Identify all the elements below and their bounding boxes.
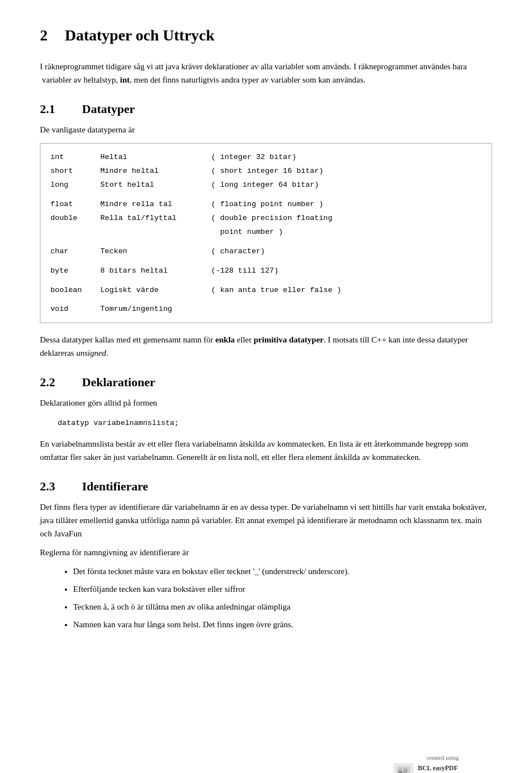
list-item: Namnen kan vara hur långa som helst. Det… [73,618,492,631]
dt-type: float [50,198,100,211]
svg-rect-2 [403,769,407,773]
section-23-num: 2.3 [40,479,66,494]
dt-desc: Stort heltal [100,179,211,192]
section-23-heading: 2.3 Identifierare [40,479,492,494]
table-row: double Rella tal/flyttal ( double precis… [50,212,482,225]
footer-logo-box: BCL easyPDF Printer Driver [393,763,459,773]
section-21-title: Datatyper [82,102,135,116]
dt-comment: ( floating point number ) [211,198,482,211]
dt-desc: Rella tal/flyttal [100,212,211,225]
after-table-para: Dessa datatyper kallas med ett gemensamt… [40,333,492,360]
dt-type: void [50,303,100,316]
section-22-para1: En variabelnamnslista består av ett elle… [40,437,492,464]
table-row: short Mindre heltal ( short integer 16 b… [50,165,482,178]
datatype-table: int Heltal ( integer 32 bitar) short Min… [40,143,492,323]
section-23-title: Identifierare [82,479,148,494]
dt-desc: Mindre heltal [100,165,211,178]
page-wrapper: 2 Datatyper och Uttryck I räkneprogramme… [40,27,492,773]
dt-comment: ( short integer 16 bitar) [211,165,482,178]
chapter-number: 2 [40,27,48,44]
intro-paragraph: I räkneprogrammet tidigare såg vi att ja… [40,60,492,86]
dt-desc: Tomrum/ingenting [100,303,211,316]
dt-type: long [50,179,100,192]
dt-comment: (-128 till 127) [211,265,482,278]
list-item: Tecknen å, ä och ö är tillåtna men av ol… [73,600,492,613]
dt-type: double [50,212,100,225]
table-row: byte 8 bitars heltal (-128 till 127) [50,265,482,278]
dt-comment: ( long integer 64 bitar) [211,179,482,192]
table-row: int Heltal ( integer 32 bitar) [50,151,482,164]
identifier-rules-list: Det första tecknet måste vara en bokstav… [73,565,492,631]
table-row: boolean Logiskt värde ( kan anta true el… [50,284,482,297]
section-21-heading: 2.1 Datatyper [40,102,492,116]
footer-product-name: BCL easyPDF Printer Driver [418,764,459,773]
code-block-declarations: datatyp variabelnamnslista; [58,417,492,429]
section-22-intro: Deklarationer görs alltid på formen [40,396,492,409]
table-row: point number ) [50,226,482,239]
dt-type: boolean [50,284,100,297]
dt-comment: ( integer 32 bitar) [211,151,482,164]
dt-comment: ( double precision floating [211,212,482,225]
section-23-para1: Det finns flera typer av identifierare d… [40,500,492,540]
dt-desc: Logiskt värde [100,284,211,297]
bcl-icon [393,763,413,773]
chapter-title: 2 Datatyper och Uttryck [40,27,492,44]
dt-desc: Heltal [100,151,211,164]
svg-point-3 [398,768,402,771]
dt-desc: 8 bitars heltal [100,265,211,278]
dt-type: char [50,245,100,258]
dt-desc: Tecken [100,245,211,258]
dt-desc: Mindre rella tal [100,198,211,211]
section-21-intro: De vanligaste datatyperna är [40,123,492,136]
dt-type: byte [50,265,100,278]
table-row: long Stort heltal ( long integer 64 bita… [50,179,482,192]
dt-desc [100,226,211,239]
chapter-title-text: Datatyper och Uttryck [65,27,214,44]
footer-created-text: created using [427,754,459,761]
dt-type: int [50,151,100,164]
section-23-para2: Reglerna för namngivning av identifierar… [40,546,492,559]
footer-logo: created using BCL easyPDF Printer Driver [393,754,459,773]
dt-comment: ( kan anta true eller false ) [211,284,482,297]
list-item: Det första tecknet måste vara en bokstav… [73,565,492,578]
section-22-num: 2.2 [40,375,66,390]
table-row: void Tomrum/ingenting [50,303,482,316]
dt-comment [211,303,482,316]
table-row: float Mindre rella tal ( floating point … [50,198,482,211]
section-22-title: Deklarationer [82,375,155,390]
dt-type [50,226,100,239]
dt-type: short [50,165,100,178]
section-22-heading: 2.2 Deklarationer [40,375,492,390]
dt-comment: ( character) [211,245,482,258]
dt-comment: point number ) [211,226,482,239]
table-row: char Tecken ( character) [50,245,482,258]
section-21-num: 2.1 [40,102,66,116]
list-item: Efterföljande tecken kan vara bokstäver … [73,582,492,596]
